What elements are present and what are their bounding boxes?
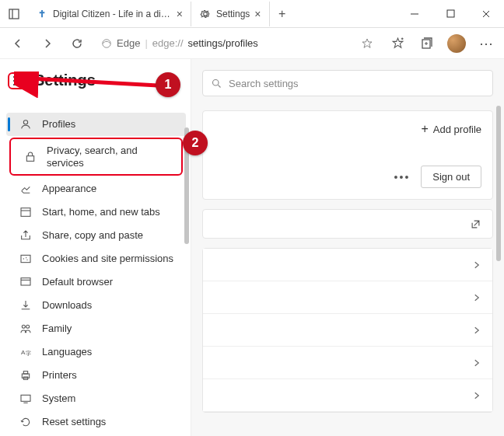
share-icon [19,229,33,242]
more-icon[interactable]: ••• [394,171,411,183]
nav-label: Profiles [42,118,75,131]
main-scrollbar[interactable] [496,106,501,261]
profile-options-list [202,248,493,413]
plus-icon: + [422,122,429,136]
nav-label: Reset settings [42,416,106,428]
add-profile-button[interactable]: + Add profile [422,122,482,136]
search-settings-input[interactable]: Search settings [202,70,493,96]
nav-label: Cookies and site permissions [42,253,173,265]
nav-share[interactable]: Share, copy and paste [6,224,186,247]
svg-rect-23 [21,278,30,285]
nav-label: Languages [42,346,92,358]
sync-link[interactable] [202,209,493,239]
svg-line-37 [218,85,220,87]
svg-rect-16 [26,155,33,161]
nav-profiles[interactable]: Profiles [6,113,186,136]
close-window-button[interactable] [468,0,504,28]
favorite-icon[interactable] [361,37,373,50]
nav-start[interactable]: Start, home, and new tabs [6,201,186,224]
nav-label: Family [42,323,72,335]
cross-icon: ✝ [36,8,48,20]
settings-nav: Profiles Privacy, search, and services A… [6,113,191,436]
svg-rect-3 [447,10,454,17]
chevron-right-icon [472,260,481,270]
tab-actions-icon[interactable] [0,0,28,28]
back-button[interactable] [5,30,31,57]
nav-downloads[interactable]: Downloads [6,294,186,317]
tab-digital-citizen[interactable]: ✝ Digital Citizen - Life in a digital w … [28,2,191,26]
list-item[interactable] [203,347,492,379]
svg-rect-17 [21,208,30,217]
nav-family[interactable]: Family [6,317,186,340]
list-item[interactable] [203,249,492,281]
search-icon [211,78,222,89]
svg-point-20 [23,259,24,260]
minimize-button[interactable] [397,0,432,28]
address-prefix: Edge [117,37,140,49]
printer-icon [19,369,33,382]
svg-point-15 [23,120,27,124]
svg-point-21 [26,257,26,258]
refresh-button[interactable] [64,30,90,57]
nav-default-browser[interactable]: Default browser [6,270,186,294]
nav-languages[interactable]: A字 Languages [6,340,186,364]
nav-label: Start, home, and new tabs [42,206,160,218]
nav-privacy[interactable]: Privacy, search, and services [9,138,183,176]
settings-sidebar: Settings Profiles Privacy, search, and s… [0,59,191,436]
svg-point-26 [26,326,30,329]
nav-appearance[interactable]: Appearance [6,177,186,201]
list-item[interactable] [203,379,492,412]
reset-icon [19,416,33,428]
nav-cookies[interactable]: Cookies and site permissions [6,247,186,270]
nav-label: Share, copy and paste [42,229,143,242]
favorites-button[interactable] [384,30,411,57]
language-icon: A字 [19,346,33,358]
annotation-step-1: 1 [156,72,180,97]
svg-rect-0 [9,9,19,19]
profile-avatar[interactable] [443,30,470,57]
nav-reset[interactable]: Reset settings [6,410,186,434]
hamburger-menu[interactable] [8,72,30,89]
gear-icon [199,8,212,20]
address-host: edge:// [152,37,184,49]
nav-label: Downloads [42,299,92,312]
nav-label: Printers [42,369,77,382]
nav-system[interactable]: System [6,387,186,410]
list-item[interactable] [203,314,492,347]
cookie-icon [19,253,33,265]
svg-rect-19 [21,256,30,263]
tab-label: Settings [216,9,250,19]
nav-printers[interactable]: Printers [6,364,186,387]
download-icon [19,299,33,312]
menu-button[interactable]: ⋯ [473,30,499,57]
window-icon [19,206,33,218]
sign-out-button[interactable]: Sign out [421,166,481,188]
browser-icon [19,276,33,288]
chevron-right-icon [472,293,481,302]
chevron-right-icon [472,391,481,400]
address-bar[interactable]: Edge | edge://settings/profiles [93,32,381,55]
nav-label: Default browser [42,276,113,288]
collections-button[interactable] [414,30,440,57]
forward-button[interactable] [34,30,61,57]
maximize-button[interactable] [432,0,468,28]
svg-text:A: A [21,349,26,356]
svg-text:字: 字 [26,351,31,356]
svg-point-22 [26,260,27,260]
toolbar: Edge | edge://settings/profiles ⋯ [0,28,504,59]
appearance-icon [19,183,33,195]
nav-label: System [42,392,75,405]
nav-label: Appearance [42,183,96,195]
close-icon[interactable]: × [177,8,183,20]
system-icon [19,392,33,405]
edge-icon [101,38,112,49]
close-icon[interactable]: × [254,8,261,20]
main-content: Search settings + Add profile ••• Sign o… [191,59,504,436]
list-item[interactable] [203,281,492,314]
svg-rect-29 [22,374,29,378]
annotation-step-2: 2 [183,131,208,155]
svg-point-25 [22,326,25,329]
new-tab-button[interactable]: + [270,7,295,21]
settings-title: Settings [34,72,96,89]
tab-settings[interactable]: Settings × [191,2,270,26]
